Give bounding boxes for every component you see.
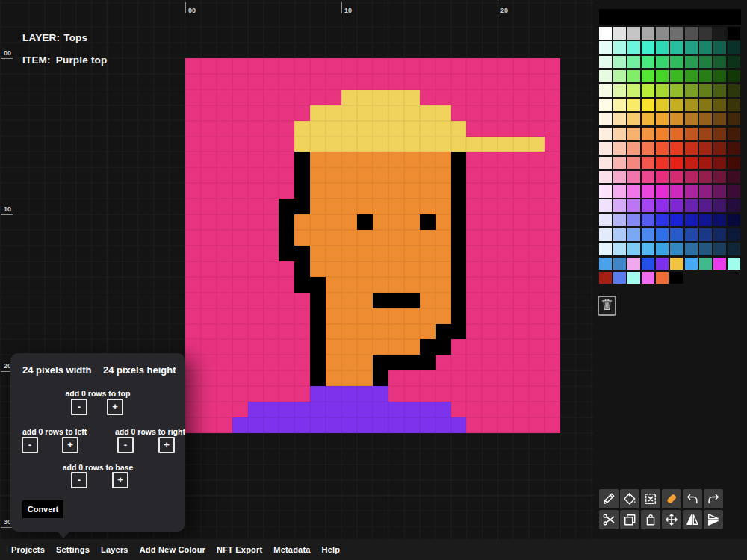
pixel-cell[interactable]	[388, 370, 404, 386]
pixel-cell[interactable]	[357, 105, 373, 121]
pixel-cell[interactable]	[420, 121, 436, 137]
palette-swatch[interactable]	[728, 84, 740, 97]
pixel-cell[interactable]	[294, 90, 310, 105]
pixel-cell[interactable]	[404, 308, 420, 324]
pixel-cell[interactable]	[436, 90, 451, 105]
pixel-cell[interactable]	[420, 417, 436, 433]
pixel-cell[interactable]	[388, 339, 404, 355]
pixel-cell[interactable]	[264, 199, 279, 214]
pixel-cell[interactable]	[310, 183, 326, 199]
pixel-cell[interactable]	[529, 386, 545, 402]
pixel-cell[interactable]	[436, 277, 451, 293]
pixel-cell[interactable]	[388, 293, 404, 308]
palette-swatch[interactable]	[670, 113, 683, 126]
pixel-cell[interactable]	[341, 246, 357, 261]
pixel-cell[interactable]	[326, 402, 341, 417]
pixel-cell[interactable]	[326, 277, 341, 293]
pixel-cell[interactable]	[373, 402, 388, 417]
pixel-cell[interactable]	[341, 105, 357, 121]
pixel-cell[interactable]	[420, 355, 436, 370]
pixel-cell[interactable]	[217, 90, 232, 105]
pixel-cell[interactable]	[201, 183, 217, 199]
pixel-cell[interactable]	[232, 137, 248, 152]
palette-swatch[interactable]	[599, 99, 612, 111]
palette-swatch[interactable]	[627, 70, 640, 83]
pixel-cell[interactable]	[373, 246, 388, 261]
palette-swatch[interactable]	[656, 70, 669, 83]
pixel-cell[interactable]	[264, 183, 279, 199]
pixel-cell[interactable]	[545, 277, 560, 293]
pixel-cell[interactable]	[466, 402, 482, 417]
pixel-cell[interactable]	[404, 277, 420, 293]
pixel-cell[interactable]	[357, 339, 373, 355]
pixel-cell[interactable]	[373, 74, 388, 90]
palette-swatch[interactable]	[599, 185, 612, 198]
pixel-cell[interactable]	[482, 74, 498, 90]
pixel-cell[interactable]	[436, 74, 451, 90]
pixel-cell[interactable]	[310, 199, 326, 214]
palette-swatch[interactable]	[713, 113, 726, 126]
palette-swatch[interactable]	[685, 243, 698, 255]
pixel-cell[interactable]	[545, 339, 560, 355]
pixel-cell[interactable]	[545, 386, 560, 402]
pixel-cell[interactable]	[232, 339, 248, 355]
pixel-cell[interactable]	[451, 339, 467, 355]
move-tool-button[interactable]	[662, 510, 681, 529]
pixel-cell[interactable]	[420, 230, 436, 246]
pixel-cell[interactable]	[264, 121, 279, 137]
pixel-cell[interactable]	[310, 261, 326, 277]
pixel-cell[interactable]	[498, 105, 513, 121]
pixel-cell[interactable]	[529, 277, 545, 293]
pixel-cell[interactable]	[529, 261, 545, 277]
pixel-cell[interactable]	[388, 167, 404, 183]
pixel-cell[interactable]	[264, 167, 279, 183]
pixel-cell[interactable]	[341, 324, 357, 340]
pixel-cell[interactable]	[498, 230, 513, 246]
pixel-cell[interactable]	[420, 402, 436, 417]
pixel-cell[interactable]	[451, 90, 467, 105]
pixel-cell[interactable]	[310, 74, 326, 90]
pixel-cell[interactable]	[513, 90, 529, 105]
pixel-cell[interactable]	[310, 355, 326, 370]
pixel-cell[interactable]	[498, 293, 513, 308]
pixel-cell[interactable]	[185, 261, 201, 277]
palette-swatch[interactable]	[642, 142, 654, 155]
palette-swatch[interactable]	[728, 185, 740, 198]
pixel-cell[interactable]	[248, 121, 264, 137]
palette-swatch[interactable]	[613, 171, 626, 184]
pixel-cell[interactable]	[498, 199, 513, 214]
palette-swatch[interactable]	[599, 258, 612, 270]
pixel-cell[interactable]	[248, 370, 264, 386]
palette-swatch[interactable]	[613, 56, 626, 69]
palette-swatch[interactable]	[670, 128, 683, 140]
pixel-cell[interactable]	[201, 246, 217, 261]
palette-swatch[interactable]	[685, 258, 698, 270]
palette-swatch[interactable]	[642, 272, 654, 284]
pixel-cell[interactable]	[326, 137, 341, 152]
pixel-cell[interactable]	[373, 183, 388, 199]
pixel-cell[interactable]	[529, 308, 545, 324]
pixel-cell[interactable]	[420, 370, 436, 386]
pixel-cell[interactable]	[436, 417, 451, 433]
palette-swatch[interactable]	[613, 272, 626, 284]
pixel-cell[interactable]	[326, 199, 341, 214]
pixel-cell[interactable]	[310, 277, 326, 293]
pixel-cell[interactable]	[248, 277, 264, 293]
pixel-cell[interactable]	[404, 183, 420, 199]
pixel-cell[interactable]	[482, 137, 498, 152]
palette-swatch[interactable]	[713, 214, 726, 227]
pixel-cell[interactable]	[545, 121, 560, 137]
palette-swatch[interactable]	[685, 56, 698, 69]
pixel-cell[interactable]	[420, 90, 436, 105]
pixel-cell[interactable]	[279, 370, 294, 386]
pixel-cell[interactable]	[466, 214, 482, 230]
palette-swatch[interactable]	[599, 171, 612, 184]
pixel-cell[interactable]	[232, 417, 248, 433]
pixel-cell[interactable]	[248, 308, 264, 324]
palette-swatch[interactable]	[713, 70, 726, 83]
palette-swatch[interactable]	[685, 84, 698, 97]
palette-swatch[interactable]	[670, 27, 683, 40]
pixel-cell[interactable]	[513, 339, 529, 355]
pixel-cell[interactable]	[279, 277, 294, 293]
palette-swatch[interactable]	[627, 214, 640, 227]
